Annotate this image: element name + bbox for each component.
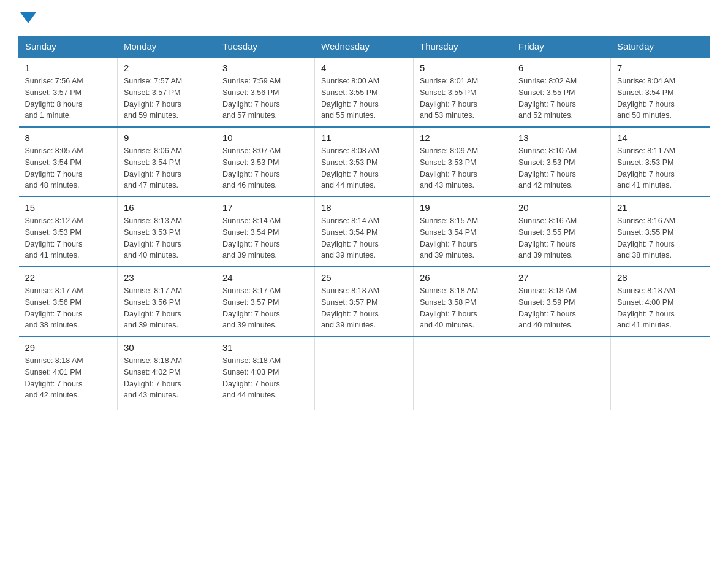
day-number: 13 xyxy=(518,132,604,143)
day-info: Sunrise: 8:18 AM Sunset: 3:57 PM Dayligh… xyxy=(321,285,407,331)
calendar-cell: 16Sunrise: 8:13 AM Sunset: 3:53 PM Dayli… xyxy=(118,197,216,267)
day-info: Sunrise: 8:01 AM Sunset: 3:55 PM Dayligh… xyxy=(420,75,506,121)
calendar-cell: 20Sunrise: 8:16 AM Sunset: 3:55 PM Dayli… xyxy=(512,197,611,267)
day-info: Sunrise: 8:08 AM Sunset: 3:53 PM Dayligh… xyxy=(321,145,407,191)
day-number: 7 xyxy=(617,63,703,73)
day-number: 17 xyxy=(222,202,308,213)
calendar-cell: 18Sunrise: 8:14 AM Sunset: 3:54 PM Dayli… xyxy=(315,197,414,267)
logo xyxy=(18,12,36,23)
calendar-cell: 14Sunrise: 8:11 AM Sunset: 3:53 PM Dayli… xyxy=(611,127,710,197)
calendar-header-row: SundayMondayTuesdayWednesdayThursdayFrid… xyxy=(19,36,710,58)
day-number: 25 xyxy=(321,272,407,283)
day-number: 4 xyxy=(321,63,407,73)
day-info: Sunrise: 8:17 AM Sunset: 3:57 PM Dayligh… xyxy=(222,285,308,331)
day-number: 21 xyxy=(617,202,703,213)
column-header-wednesday: Wednesday xyxy=(315,36,414,58)
day-info: Sunrise: 8:18 AM Sunset: 4:03 PM Dayligh… xyxy=(222,355,308,401)
calendar-cell: 27Sunrise: 8:18 AM Sunset: 3:59 PM Dayli… xyxy=(512,267,611,337)
column-header-saturday: Saturday xyxy=(611,36,710,58)
day-info: Sunrise: 8:16 AM Sunset: 3:55 PM Dayligh… xyxy=(518,215,604,261)
calendar-cell: 29Sunrise: 8:18 AM Sunset: 4:01 PM Dayli… xyxy=(19,337,118,410)
day-info: Sunrise: 8:18 AM Sunset: 3:58 PM Dayligh… xyxy=(420,285,506,331)
calendar-week-row: 8Sunrise: 8:05 AM Sunset: 3:54 PM Daylig… xyxy=(19,127,710,197)
column-header-monday: Monday xyxy=(118,36,216,58)
day-number: 26 xyxy=(420,272,506,283)
day-number: 16 xyxy=(124,202,210,213)
calendar-cell xyxy=(315,337,414,410)
calendar-cell: 30Sunrise: 8:18 AM Sunset: 4:02 PM Dayli… xyxy=(118,337,216,410)
day-info: Sunrise: 8:14 AM Sunset: 3:54 PM Dayligh… xyxy=(321,215,407,261)
calendar-cell: 12Sunrise: 8:09 AM Sunset: 3:53 PM Dayli… xyxy=(414,127,512,197)
day-info: Sunrise: 8:16 AM Sunset: 3:55 PM Dayligh… xyxy=(617,215,703,261)
calendar-cell xyxy=(611,337,710,410)
day-number: 8 xyxy=(25,132,112,143)
column-header-thursday: Thursday xyxy=(414,36,512,58)
day-info: Sunrise: 8:06 AM Sunset: 3:54 PM Dayligh… xyxy=(124,145,210,191)
day-info: Sunrise: 8:12 AM Sunset: 3:53 PM Dayligh… xyxy=(25,215,112,261)
day-info: Sunrise: 7:59 AM Sunset: 3:56 PM Dayligh… xyxy=(222,75,308,121)
calendar-cell: 7Sunrise: 8:04 AM Sunset: 3:54 PM Daylig… xyxy=(611,57,710,127)
day-number: 22 xyxy=(25,272,112,283)
calendar-cell: 11Sunrise: 8:08 AM Sunset: 3:53 PM Dayli… xyxy=(315,127,414,197)
day-number: 20 xyxy=(518,202,604,213)
calendar-cell: 22Sunrise: 8:17 AM Sunset: 3:56 PM Dayli… xyxy=(19,267,118,337)
calendar-week-row: 29Sunrise: 8:18 AM Sunset: 4:01 PM Dayli… xyxy=(19,337,710,410)
calendar-cell: 9Sunrise: 8:06 AM Sunset: 3:54 PM Daylig… xyxy=(118,127,216,197)
calendar-cell: 4Sunrise: 8:00 AM Sunset: 3:55 PM Daylig… xyxy=(315,57,414,127)
day-number: 9 xyxy=(124,132,210,143)
day-info: Sunrise: 8:10 AM Sunset: 3:53 PM Dayligh… xyxy=(518,145,604,191)
day-info: Sunrise: 8:14 AM Sunset: 3:54 PM Dayligh… xyxy=(222,215,308,261)
calendar-cell: 23Sunrise: 8:17 AM Sunset: 3:56 PM Dayli… xyxy=(118,267,216,337)
calendar-cell: 26Sunrise: 8:18 AM Sunset: 3:58 PM Dayli… xyxy=(414,267,512,337)
day-info: Sunrise: 8:04 AM Sunset: 3:54 PM Dayligh… xyxy=(617,75,703,121)
day-number: 10 xyxy=(222,132,308,143)
day-info: Sunrise: 8:18 AM Sunset: 4:02 PM Dayligh… xyxy=(124,355,210,401)
day-info: Sunrise: 8:09 AM Sunset: 3:53 PM Dayligh… xyxy=(420,145,506,191)
calendar-cell: 2Sunrise: 7:57 AM Sunset: 3:57 PM Daylig… xyxy=(118,57,216,127)
logo-arrow-icon xyxy=(20,12,36,23)
calendar-cell: 8Sunrise: 8:05 AM Sunset: 3:54 PM Daylig… xyxy=(19,127,118,197)
day-number: 29 xyxy=(25,342,112,353)
calendar-cell: 28Sunrise: 8:18 AM Sunset: 4:00 PM Dayli… xyxy=(611,267,710,337)
column-header-tuesday: Tuesday xyxy=(216,36,315,58)
day-number: 12 xyxy=(420,132,506,143)
calendar-cell: 17Sunrise: 8:14 AM Sunset: 3:54 PM Dayli… xyxy=(216,197,315,267)
calendar-week-row: 15Sunrise: 8:12 AM Sunset: 3:53 PM Dayli… xyxy=(19,197,710,267)
day-number: 5 xyxy=(420,63,506,73)
calendar-cell: 6Sunrise: 8:02 AM Sunset: 3:55 PM Daylig… xyxy=(512,57,611,127)
day-info: Sunrise: 8:17 AM Sunset: 3:56 PM Dayligh… xyxy=(124,285,210,331)
day-number: 3 xyxy=(222,63,308,73)
day-number: 27 xyxy=(518,272,604,283)
calendar-cell xyxy=(414,337,512,410)
calendar-cell: 21Sunrise: 8:16 AM Sunset: 3:55 PM Dayli… xyxy=(611,197,710,267)
day-number: 30 xyxy=(124,342,210,353)
calendar-cell: 10Sunrise: 8:07 AM Sunset: 3:53 PM Dayli… xyxy=(216,127,315,197)
day-number: 31 xyxy=(222,342,308,353)
day-info: Sunrise: 7:57 AM Sunset: 3:57 PM Dayligh… xyxy=(124,75,210,121)
day-number: 6 xyxy=(518,63,604,73)
day-number: 2 xyxy=(124,63,210,73)
day-number: 11 xyxy=(321,132,407,143)
day-info: Sunrise: 7:56 AM Sunset: 3:57 PM Dayligh… xyxy=(25,75,112,121)
day-number: 1 xyxy=(25,63,112,73)
day-number: 23 xyxy=(124,272,210,283)
day-number: 28 xyxy=(617,272,703,283)
day-number: 14 xyxy=(617,132,703,143)
day-number: 24 xyxy=(222,272,308,283)
calendar-cell: 24Sunrise: 8:17 AM Sunset: 3:57 PM Dayli… xyxy=(216,267,315,337)
day-info: Sunrise: 8:17 AM Sunset: 3:56 PM Dayligh… xyxy=(25,285,112,331)
day-info: Sunrise: 8:13 AM Sunset: 3:53 PM Dayligh… xyxy=(124,215,210,261)
calendar-cell xyxy=(512,337,611,410)
day-info: Sunrise: 8:05 AM Sunset: 3:54 PM Dayligh… xyxy=(25,145,112,191)
day-info: Sunrise: 8:15 AM Sunset: 3:54 PM Dayligh… xyxy=(420,215,506,261)
day-info: Sunrise: 8:18 AM Sunset: 3:59 PM Dayligh… xyxy=(518,285,604,331)
day-number: 18 xyxy=(321,202,407,213)
column-header-sunday: Sunday xyxy=(19,36,118,58)
day-number: 19 xyxy=(420,202,506,213)
page-header xyxy=(18,12,710,23)
calendar-cell: 31Sunrise: 8:18 AM Sunset: 4:03 PM Dayli… xyxy=(216,337,315,410)
calendar-cell: 25Sunrise: 8:18 AM Sunset: 3:57 PM Dayli… xyxy=(315,267,414,337)
day-info: Sunrise: 8:07 AM Sunset: 3:53 PM Dayligh… xyxy=(222,145,308,191)
day-info: Sunrise: 8:02 AM Sunset: 3:55 PM Dayligh… xyxy=(518,75,604,121)
calendar-week-row: 1Sunrise: 7:56 AM Sunset: 3:57 PM Daylig… xyxy=(19,57,710,127)
